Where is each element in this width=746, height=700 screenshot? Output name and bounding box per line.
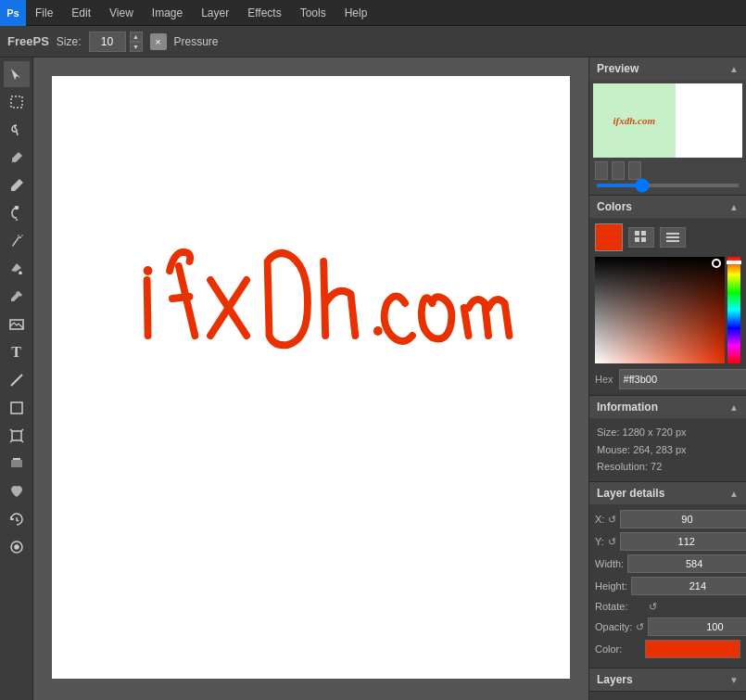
color-swatch-main[interactable] bbox=[595, 223, 623, 251]
app-logo: Ps bbox=[0, 0, 26, 26]
y-reset-btn[interactable]: ↺ bbox=[608, 534, 616, 549]
info-content: Size: 1280 x 720 px Mouse: 264, 283 px R… bbox=[589, 418, 746, 481]
tool-pen[interactable] bbox=[4, 200, 30, 226]
colors-section: Colors ▲ bbox=[589, 196, 746, 396]
menubar: Ps File Edit View Image Layer Effects To… bbox=[0, 0, 746, 26]
size-label: Size: bbox=[57, 35, 82, 48]
menu-view[interactable]: View bbox=[100, 0, 143, 25]
x-row: X: ↺ bbox=[595, 510, 740, 528]
menu-tools[interactable]: Tools bbox=[291, 0, 335, 25]
color-list-btn[interactable] bbox=[660, 227, 686, 248]
tool-brush[interactable] bbox=[4, 145, 30, 171]
tool-paint-bucket[interactable] bbox=[4, 256, 30, 282]
tool-marquee[interactable] bbox=[4, 89, 30, 115]
y-row: Y: ↺ bbox=[595, 532, 740, 551]
canvas[interactable] bbox=[52, 76, 570, 679]
svg-point-11 bbox=[15, 545, 19, 549]
svg-rect-9 bbox=[12, 431, 21, 440]
tool-image[interactable] bbox=[4, 312, 30, 337]
color-gradient-handle bbox=[712, 259, 721, 268]
height-row: Height: bbox=[595, 577, 740, 595]
menu-layer[interactable]: Layer bbox=[192, 0, 238, 25]
preview-header[interactable]: Preview ▲ bbox=[589, 57, 746, 80]
svg-rect-19 bbox=[635, 237, 639, 242]
opacity-reset-btn[interactable]: ↺ bbox=[636, 619, 644, 634]
tool-heart[interactable] bbox=[4, 478, 30, 504]
layer-details-collapse-icon: ▲ bbox=[729, 489, 739, 499]
svg-point-5 bbox=[18, 235, 19, 236]
preview-btn-1[interactable] bbox=[595, 161, 608, 180]
hex-row: Hex bbox=[595, 369, 740, 389]
rotate-reset-btn[interactable]: ↺ bbox=[645, 599, 660, 614]
preview-slider[interactable] bbox=[597, 184, 739, 187]
size-down-btn[interactable]: ▼ bbox=[130, 42, 143, 52]
preview-title: Preview bbox=[597, 62, 639, 75]
layers-header[interactable]: Layers ▼ bbox=[589, 668, 746, 691]
tool-eyedropper[interactable] bbox=[4, 284, 30, 310]
info-collapse-icon: ▲ bbox=[729, 402, 739, 413]
preview-section: Preview ▲ ifxdh.com bbox=[589, 57, 746, 196]
color-spectrum[interactable] bbox=[727, 257, 740, 363]
size-up-btn[interactable]: ▲ bbox=[130, 32, 143, 42]
opacity-input[interactable] bbox=[648, 617, 746, 636]
color-gradient[interactable] bbox=[595, 257, 725, 363]
menu-edit[interactable]: Edit bbox=[62, 0, 100, 25]
preview-btn-3[interactable] bbox=[628, 161, 641, 180]
info-section: Information ▲ Size: 1280 x 720 px Mouse:… bbox=[589, 396, 746, 482]
tool-magic-wand[interactable] bbox=[4, 228, 30, 254]
tool-history[interactable] bbox=[4, 506, 30, 532]
tool-shape[interactable] bbox=[4, 395, 30, 421]
y-input[interactable] bbox=[620, 532, 746, 551]
svg-rect-20 bbox=[641, 237, 646, 242]
tool-circle[interactable] bbox=[4, 534, 30, 560]
height-input[interactable] bbox=[631, 577, 746, 595]
tool-lasso[interactable] bbox=[4, 117, 30, 143]
rotate-row: Rotate: ↺ bbox=[595, 599, 740, 614]
layer-details-section: Layer details ▲ X: ↺ Y: ↺ Width: bbox=[589, 482, 746, 668]
x-label: X: bbox=[595, 514, 604, 525]
svg-line-12 bbox=[147, 280, 148, 336]
menu-help[interactable]: Help bbox=[335, 0, 377, 25]
x-input[interactable] bbox=[620, 510, 746, 528]
svg-rect-17 bbox=[635, 231, 639, 235]
color-grid-btn[interactable] bbox=[628, 227, 654, 248]
color-picker-area[interactable] bbox=[595, 257, 740, 363]
preview-canvas-right bbox=[676, 83, 742, 158]
preview-slider-container bbox=[593, 184, 742, 191]
preview-btn-2[interactable] bbox=[612, 161, 625, 180]
hex-input[interactable] bbox=[619, 369, 746, 389]
opacity-row: Opacity: ↺ bbox=[595, 617, 740, 636]
tool-text[interactable]: T bbox=[4, 339, 30, 365]
menu-image[interactable]: Image bbox=[143, 0, 192, 25]
menu-file[interactable]: File bbox=[26, 0, 62, 25]
tool-select[interactable] bbox=[4, 61, 30, 87]
info-header[interactable]: Information ▲ bbox=[589, 396, 746, 418]
menu-effects[interactable]: Effects bbox=[238, 0, 290, 25]
tool-fill[interactable] bbox=[4, 451, 30, 477]
layers-section: Layers ▼ bbox=[589, 668, 746, 692]
preview-text: ifxdh.com bbox=[613, 115, 656, 126]
info-title: Information bbox=[597, 401, 658, 414]
size-input[interactable] bbox=[89, 32, 126, 52]
main-layout: T bbox=[0, 57, 746, 700]
tool-transform[interactable] bbox=[4, 423, 30, 449]
y-label: Y: bbox=[595, 536, 604, 547]
layer-details-content: X: ↺ Y: ↺ Width: Height: bbox=[589, 504, 746, 668]
svg-point-4 bbox=[21, 235, 23, 236]
layer-color-swatch[interactable] bbox=[645, 640, 740, 658]
canvas-area[interactable] bbox=[33, 57, 588, 700]
layer-details-title: Layer details bbox=[597, 487, 664, 500]
color-top-row bbox=[595, 223, 740, 251]
tool-line[interactable] bbox=[4, 367, 30, 393]
pressure-x-btn[interactable]: × bbox=[150, 33, 167, 50]
size-spinner: ▲ ▼ bbox=[130, 32, 143, 52]
layer-details-header[interactable]: Layer details ▲ bbox=[589, 482, 746, 504]
colors-header[interactable]: Colors ▲ bbox=[589, 196, 746, 218]
tool-pencil[interactable] bbox=[4, 172, 30, 198]
width-input[interactable] bbox=[627, 554, 746, 573]
right-panel: Preview ▲ ifxdh.com bbox=[588, 57, 746, 700]
svg-line-15 bbox=[172, 297, 190, 299]
width-label: Width: bbox=[595, 558, 624, 569]
svg-rect-0 bbox=[11, 96, 22, 108]
x-reset-btn[interactable]: ↺ bbox=[608, 512, 616, 527]
